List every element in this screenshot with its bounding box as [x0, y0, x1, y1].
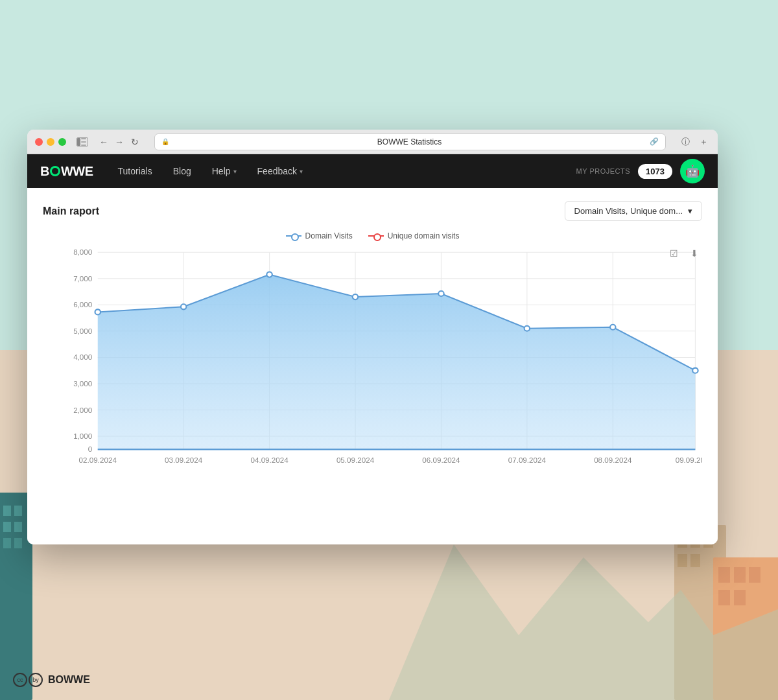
legend-unique-visits: Unique domain visits — [368, 231, 460, 240]
chart-select-icon[interactable]: ☑ — [666, 246, 681, 261]
maximize-button[interactable] — [58, 138, 66, 146]
svg-text:02.09.2024: 02.09.2024 — [79, 456, 117, 464]
svg-text:2,000: 2,000 — [73, 406, 92, 414]
chart-svg: 8,000 7,000 6,000 5,000 4,000 3,000 2,00… — [43, 246, 702, 479]
nav-item-help[interactable]: Help ▾ — [203, 162, 246, 180]
browser-chrome: ← → ↻ 🔒 BOWWE Statistics 🔗 ⓘ ＋ — [27, 130, 718, 154]
minimize-button[interactable] — [47, 138, 54, 146]
app-content: Main raport Domain Visits, Unique dom...… — [27, 188, 718, 544]
feedback-chevron-icon: ▾ — [300, 168, 303, 175]
svg-text:3,000: 3,000 — [73, 380, 92, 388]
data-point-2 — [266, 272, 272, 277]
svg-rect-16 — [749, 567, 760, 583]
back-button[interactable]: ← — [97, 135, 110, 148]
nav-right: MY PROJECTS 1073 🤖 — [576, 159, 705, 183]
svg-rect-4 — [14, 522, 22, 532]
chart-wrapper: ☑ ⬇ — [43, 246, 702, 492]
svg-text:08.09.2024: 08.09.2024 — [594, 456, 631, 464]
svg-rect-3 — [3, 522, 11, 532]
browser-actions: ⓘ ＋ — [679, 135, 710, 148]
legend-line-domain — [286, 235, 301, 237]
legend-domain-visits: Domain Visits — [286, 231, 353, 240]
data-point-0 — [95, 309, 100, 314]
svg-rect-2 — [14, 506, 22, 516]
data-point-5 — [525, 326, 530, 331]
svg-rect-20 — [77, 138, 80, 146]
svg-text:1,000: 1,000 — [73, 432, 92, 440]
forward-button[interactable]: → — [113, 135, 126, 148]
nav-item-feedback[interactable]: Feedback ▾ — [248, 162, 312, 180]
browser-nav-buttons: ← → ↻ — [97, 135, 141, 148]
report-title: Main raport — [43, 205, 99, 217]
data-point-6 — [610, 325, 615, 330]
user-avatar[interactable]: 🤖 — [680, 159, 705, 183]
svg-rect-18 — [734, 590, 746, 605]
browser-window: ← → ↻ 🔒 BOWWE Statistics 🔗 ⓘ ＋ BWWE Tuto… — [27, 130, 718, 544]
svg-rect-21 — [81, 138, 86, 139]
lock-icon: 🔒 — [161, 138, 169, 145]
projects-count-badge[interactable]: 1073 — [638, 164, 672, 179]
footer-brand: BOWWE — [48, 674, 90, 686]
chart-type-dropdown[interactable]: Domain Visits, Unique dom... ▾ — [565, 201, 702, 221]
svg-rect-23 — [81, 145, 86, 146]
help-chevron-icon: ▾ — [233, 168, 237, 175]
page-footer: cc by BOWWE — [13, 673, 90, 687]
svg-rect-11 — [678, 554, 687, 567]
legend-line-unique — [368, 235, 384, 237]
cc-icon: cc — [13, 673, 27, 687]
svg-rect-22 — [81, 141, 86, 143]
svg-text:05.09.2024: 05.09.2024 — [336, 456, 374, 464]
data-point-4 — [438, 291, 443, 296]
svg-rect-1 — [3, 506, 11, 516]
footer-copyright-icons: cc by — [13, 673, 43, 687]
chart-actions: ☑ ⬇ — [666, 246, 702, 261]
nav-item-tutorials[interactable]: Tutorials — [109, 162, 161, 180]
chart-svg-container: 8,000 7,000 6,000 5,000 4,000 3,000 2,00… — [43, 246, 702, 479]
svg-rect-5 — [3, 538, 11, 548]
address-text: BOWWE Statistics — [173, 137, 646, 146]
app-navbar: BWWE Tutorials Blog Help ▾ Feedback ▾ MY… — [27, 154, 718, 188]
svg-text:06.09.2024: 06.09.2024 — [422, 456, 460, 464]
close-button[interactable] — [35, 138, 43, 146]
chart-download-icon[interactable]: ⬇ — [687, 246, 702, 261]
address-bar[interactable]: 🔒 BOWWE Statistics 🔗 — [154, 134, 666, 150]
svg-text:6,000: 6,000 — [73, 301, 92, 309]
report-header: Main raport Domain Visits, Unique dom...… — [43, 201, 702, 221]
svg-text:03.09.2024: 03.09.2024 — [165, 456, 202, 464]
svg-rect-6 — [14, 538, 22, 548]
info-button[interactable]: ⓘ — [679, 135, 692, 148]
chart-legend: Domain Visits Unique domain visits — [43, 231, 702, 240]
svg-text:8,000: 8,000 — [73, 248, 92, 256]
svg-text:09.09.202...: 09.09.202... — [676, 456, 702, 464]
bowwe-logo: BWWE — [40, 164, 93, 179]
reload-button[interactable]: ↻ — [128, 135, 141, 148]
svg-rect-15 — [734, 567, 746, 583]
svg-text:5,000: 5,000 — [73, 327, 92, 335]
svg-text:0: 0 — [88, 446, 92, 454]
by-icon: by — [29, 673, 43, 687]
link-icon: 🔗 — [650, 137, 659, 146]
svg-text:7,000: 7,000 — [73, 275, 92, 283]
new-tab-button[interactable]: ＋ — [697, 135, 710, 148]
svg-rect-14 — [718, 567, 730, 583]
data-point-7 — [692, 368, 698, 373]
chart-area — [98, 275, 696, 450]
svg-text:07.09.2024: 07.09.2024 — [508, 456, 546, 464]
my-projects-label: MY PROJECTS — [576, 167, 631, 175]
svg-text:04.09.2024: 04.09.2024 — [250, 456, 288, 464]
svg-text:4,000: 4,000 — [73, 354, 92, 362]
nav-items: Tutorials Blog Help ▾ Feedback ▾ — [109, 162, 576, 180]
data-point-3 — [353, 294, 358, 299]
traffic-lights — [35, 138, 66, 146]
svg-rect-17 — [718, 590, 730, 605]
nav-item-blog[interactable]: Blog — [164, 162, 200, 180]
sidebar-toggle-button[interactable] — [77, 137, 88, 146]
svg-rect-12 — [690, 554, 700, 567]
dropdown-chevron-icon: ▾ — [688, 206, 692, 216]
data-point-1 — [181, 304, 186, 309]
